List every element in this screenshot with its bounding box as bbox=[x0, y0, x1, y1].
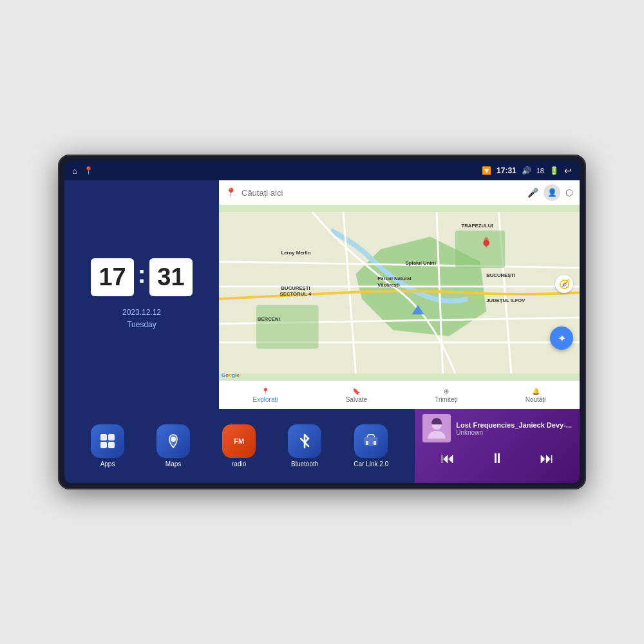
svg-text:BUCUREȘTI: BUCUREȘTI bbox=[486, 272, 515, 278]
tab-salvate[interactable]: 🔖 Salvate bbox=[346, 388, 367, 403]
app-item-apps[interactable]: Apps bbox=[91, 424, 124, 468]
google-logo: Google bbox=[222, 372, 240, 378]
next-button[interactable]: ⏭ bbox=[533, 448, 560, 469]
clock-minutes: 31 bbox=[149, 258, 192, 296]
status-bar-left: ⌂ 📍 bbox=[72, 166, 93, 176]
status-bar: ⌂ 📍 🔽 17:31 🔊 18 🔋 ↩ bbox=[64, 161, 580, 180]
svg-text:Parcul Natural: Parcul Natural bbox=[377, 276, 411, 281]
music-info: Lost Frequencies_Janieck Devy-... Unknow… bbox=[422, 414, 572, 442]
noutati-icon: 🔔 bbox=[532, 388, 540, 395]
apps-icon bbox=[91, 424, 124, 458]
map-bottom-bar: 📍 Explorați 🔖 Salvate ⊕ Trimiteți 🔔 Nout… bbox=[219, 381, 580, 409]
volume-level: 18 bbox=[536, 167, 544, 175]
navigation-button[interactable]: ✦ bbox=[550, 327, 573, 350]
music-artist: Unknown bbox=[456, 429, 572, 436]
map-search-bar: 📍 🎤 👤 ⬡ bbox=[219, 180, 580, 205]
map-container: TRAPEZULUI BUCUREȘTI JUDEȚUL ILFOV Parcu… bbox=[219, 205, 580, 381]
svg-text:BERCENI: BERCENI bbox=[258, 316, 280, 322]
screen: ⌂ 📍 🔽 17:31 🔊 18 🔋 ↩ 17 : 31 bbox=[64, 161, 580, 483]
clock-hours: 17 bbox=[91, 258, 133, 296]
svg-text:Văcărești: Văcărești bbox=[377, 282, 399, 288]
clock-panel: 17 : 31 2023.12.12 Tuesday bbox=[64, 180, 219, 409]
music-text: Lost Frequencies_Janieck Devy-... Unknow… bbox=[456, 421, 572, 436]
album-art-face bbox=[422, 414, 451, 442]
svg-text:BUCUREȘTI: BUCUREȘTI bbox=[281, 285, 310, 291]
mic-icon[interactable]: 🎤 bbox=[527, 187, 538, 198]
main-content: 17 : 31 2023.12.12 Tuesday 📍 🎤 bbox=[64, 180, 580, 409]
battery-icon: 🔋 bbox=[549, 166, 559, 175]
tab-trimiteti[interactable]: ⊕ Trimiteți bbox=[435, 388, 457, 403]
svg-rect-30 bbox=[374, 441, 376, 445]
user-avatar[interactable]: 👤 bbox=[544, 184, 560, 201]
maps-app-icon bbox=[156, 424, 190, 458]
svg-point-27 bbox=[171, 437, 176, 442]
music-title: Lost Frequencies_Janieck Devy-... bbox=[456, 421, 572, 429]
date-value: 2023.12.12 bbox=[122, 307, 161, 319]
signal-icon: 🔽 bbox=[482, 166, 491, 175]
search-input[interactable] bbox=[242, 188, 522, 198]
clock-display: 17 : 31 bbox=[91, 258, 192, 296]
app-label-carlink: Car Link 2.0 bbox=[354, 460, 388, 468]
trimiteti-icon: ⊕ bbox=[444, 388, 449, 395]
app-label-radio: radio bbox=[232, 460, 246, 468]
home-icon[interactable]: ⌂ bbox=[72, 166, 77, 176]
svg-text:TRAPEZULUI: TRAPEZULUI bbox=[462, 223, 493, 229]
music-controls: ⏮ ⏸ ⏭ bbox=[422, 448, 572, 469]
svg-rect-24 bbox=[108, 434, 115, 440]
volume-icon: 🔊 bbox=[522, 166, 531, 175]
status-bar-right: 🔽 17:31 🔊 18 🔋 ↩ bbox=[482, 166, 572, 176]
prev-button[interactable]: ⏮ bbox=[434, 448, 461, 469]
app-item-radio[interactable]: FM radio bbox=[222, 424, 256, 468]
map-panel: 📍 🎤 👤 ⬡ bbox=[219, 180, 580, 409]
app-label-apps: Apps bbox=[100, 460, 115, 468]
layers-icon[interactable]: ⬡ bbox=[565, 187, 573, 198]
svg-rect-10 bbox=[256, 305, 319, 349]
map-area[interactable]: TRAPEZULUI BUCUREȘTI JUDEȚUL ILFOV Parcu… bbox=[219, 205, 580, 381]
album-art bbox=[422, 414, 451, 442]
compass-button[interactable]: 🧭 bbox=[555, 275, 573, 293]
day-value: Tuesday bbox=[122, 319, 161, 331]
play-pause-button[interactable]: ⏸ bbox=[484, 448, 511, 469]
music-player: Lost Frequencies_Janieck Devy-... Unknow… bbox=[415, 409, 580, 483]
car-display-device: ⌂ 📍 🔽 17:31 🔊 18 🔋 ↩ 17 : 31 bbox=[58, 155, 586, 489]
svg-text:Splaiul Unirii: Splaiul Unirii bbox=[406, 260, 436, 266]
tab-explorati[interactable]: 📍 Explorați bbox=[253, 388, 278, 403]
tab-noutati[interactable]: 🔔 Noutăți bbox=[526, 388, 546, 403]
app-item-bluetooth[interactable]: Bluetooth bbox=[288, 424, 321, 468]
svg-rect-23 bbox=[100, 434, 107, 440]
svg-text:SECTORUL 4: SECTORUL 4 bbox=[280, 291, 312, 297]
bluetooth-app-icon bbox=[288, 424, 321, 458]
date-display: 2023.12.12 Tuesday bbox=[122, 307, 161, 331]
explorati-icon: 📍 bbox=[261, 388, 269, 395]
maps-pin-icon[interactable]: 📍 bbox=[84, 166, 93, 175]
salvate-icon: 🔖 bbox=[352, 388, 360, 395]
app-label-maps: Maps bbox=[166, 460, 181, 468]
clock-colon: : bbox=[138, 261, 146, 289]
bottom-section: Apps Maps FM bbox=[64, 409, 580, 483]
radio-app-icon: FM bbox=[222, 424, 256, 458]
svg-rect-9 bbox=[455, 231, 505, 268]
svg-rect-29 bbox=[366, 441, 368, 445]
svg-rect-25 bbox=[100, 442, 107, 448]
time-display: 17:31 bbox=[497, 166, 516, 175]
apps-dock: Apps Maps FM bbox=[64, 409, 415, 483]
back-icon[interactable]: ↩ bbox=[564, 166, 572, 176]
map-search-actions: 🎤 👤 ⬡ bbox=[527, 184, 573, 201]
app-item-carlink[interactable]: Car Link 2.0 bbox=[354, 424, 388, 468]
svg-text:JUDEȚUL ILFOV: JUDEȚUL ILFOV bbox=[486, 298, 526, 303]
svg-text:Leroy Merlin: Leroy Merlin bbox=[281, 250, 311, 256]
carlink-app-icon bbox=[354, 424, 388, 458]
maps-search-icon: 📍 bbox=[225, 187, 236, 198]
svg-rect-26 bbox=[108, 442, 115, 448]
app-label-bluetooth: Bluetooth bbox=[291, 460, 318, 468]
app-item-maps[interactable]: Maps bbox=[156, 424, 190, 468]
